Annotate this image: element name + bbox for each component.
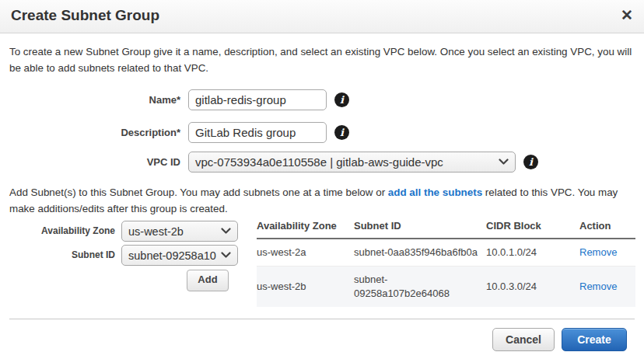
vpc-select[interactable]: vpc-0753934a0e110558e | gitlab-aws-guide…	[188, 152, 516, 173]
footer-divider	[9, 319, 635, 319]
availability-zone-select[interactable]: us-west-2b	[121, 221, 238, 242]
info-icon[interactable]: i	[334, 92, 349, 107]
cell-availability-zone: us-west-2a	[257, 246, 354, 260]
name-label: Name*	[0, 89, 180, 110]
create-subnet-group-dialog: Create Subnet Group ✕ To create a new Su…	[0, 0, 644, 359]
description-row: Description* i	[0, 122, 644, 143]
table-row: us-west-2a subnet-0aa835f946ba6fb0a 10.0…	[257, 239, 635, 267]
column-header-availability-zone: Availability Zone	[257, 219, 354, 233]
name-input[interactable]	[188, 89, 327, 110]
intro-text: To create a new Subnet Group give it a n…	[9, 44, 636, 76]
cancel-button[interactable]: Cancel	[492, 328, 555, 351]
add-button[interactable]: Add	[187, 270, 229, 291]
cell-subnet-id: subnet-0aa835f946ba6fb0a	[354, 246, 486, 260]
chevron-down-icon	[221, 228, 231, 235]
cell-availability-zone: us-west-2b	[257, 280, 354, 294]
add-subnets-text: Add Subnet(s) to this Subnet Group. You …	[9, 184, 636, 217]
description-input[interactable]	[188, 122, 327, 143]
vpc-row: VPC ID vpc-0753934a0e110558e | gitlab-aw…	[0, 152, 644, 173]
add-subnets-text-before: Add Subnet(s) to this Subnet Group. You …	[9, 186, 388, 198]
column-header-action: Action	[579, 219, 635, 233]
availability-zone-select-value: us-west-2b	[128, 225, 184, 238]
dialog-title: Create Subnet Group	[11, 7, 159, 24]
subnet-id-select-value: subnet-09258a10	[128, 249, 216, 262]
name-row: Name* i	[0, 89, 644, 110]
remove-link[interactable]: Remove	[579, 281, 617, 292]
dialog-header: Create Subnet Group ✕	[0, 0, 644, 33]
cell-cidr-block: 10.0.3.0/24	[486, 280, 579, 294]
description-label: Description*	[0, 122, 180, 143]
table-row: us-west-2b subnet-09258a107b2e64068 10.0…	[257, 267, 635, 307]
info-icon[interactable]: i	[523, 155, 538, 169]
cell-subnet-id: subnet-09258a107b2e64068	[354, 273, 486, 301]
vpc-select-value: vpc-0753934a0e110558e | gitlab-aws-guide…	[195, 155, 443, 169]
chevron-down-icon	[499, 159, 509, 166]
close-icon[interactable]: ✕	[621, 6, 633, 25]
remove-link[interactable]: Remove	[579, 246, 617, 258]
create-button[interactable]: Create	[562, 328, 627, 351]
subnets-table-header: Availability Zone Subnet ID CIDR Block A…	[257, 219, 635, 239]
chevron-down-icon	[221, 252, 231, 259]
availability-zone-label: Availability Zone	[0, 221, 115, 242]
column-header-subnet-id: Subnet ID	[354, 219, 486, 233]
vpc-label: VPC ID	[0, 152, 180, 173]
info-icon[interactable]: i	[334, 125, 349, 140]
cell-cidr-block: 10.0.1.0/24	[486, 246, 579, 260]
add-all-subnets-link[interactable]: add all the subnets	[388, 186, 482, 198]
subnet-id-label: Subnet ID	[0, 245, 115, 266]
column-header-cidr-block: CIDR Block	[486, 219, 579, 233]
subnets-table: Availability Zone Subnet ID CIDR Block A…	[257, 219, 635, 307]
subnet-id-select[interactable]: subnet-09258a10	[121, 245, 238, 266]
